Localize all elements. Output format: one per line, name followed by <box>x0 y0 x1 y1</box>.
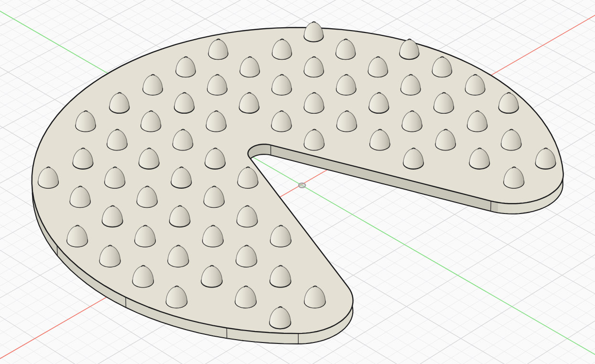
origin-handle-icon <box>299 183 305 188</box>
cone-bump <box>304 21 323 42</box>
cad-viewport[interactable] <box>0 0 595 364</box>
origin-marker[interactable] <box>299 183 305 188</box>
scene-svg <box>0 0 595 364</box>
